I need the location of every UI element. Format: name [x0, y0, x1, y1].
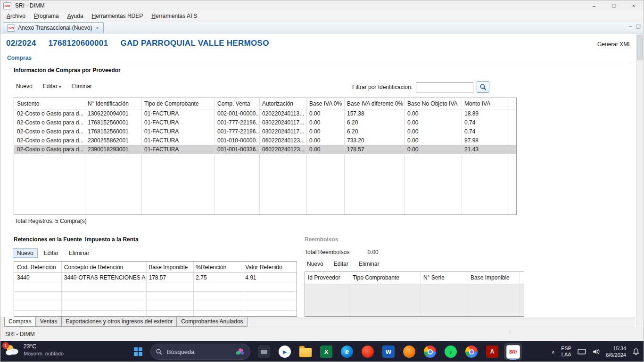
- statusbar-text: SRI - DIMM: [5, 331, 35, 337]
- column-header[interactable]: Base IVA diferente 0%: [344, 98, 405, 109]
- tray-chevron-icon[interactable]: ∧: [552, 349, 555, 354]
- table-row-selected[interactable]: 02-Costo o Gasto para d...23900182930010…: [14, 145, 516, 154]
- table-row[interactable]: 34403440-OTRAS RETENCIONES A...178.572.7…: [14, 273, 297, 282]
- clock[interactable]: 15:34 6/6/2024: [606, 345, 626, 358]
- column-header[interactable]: Autorización: [259, 98, 306, 109]
- view-minimize-icon[interactable]: –: [629, 23, 632, 29]
- tab-exportaciones[interactable]: Exportaciones y otros ingresos del exter…: [61, 317, 177, 327]
- empty-row[interactable]: [14, 311, 297, 317]
- excel-icon[interactable]: X: [317, 343, 335, 360]
- column-header[interactable]: Base Imponible: [146, 262, 193, 272]
- windows-logo-icon: [134, 347, 142, 356]
- generar-xml-button[interactable]: Generar XML: [597, 41, 631, 48]
- menu-herramientas-rdep[interactable]: Herramientas RDEP: [88, 12, 148, 20]
- language-indicator[interactable]: ESP LAA: [561, 346, 571, 358]
- speaker-icon[interactable]: [592, 348, 600, 355]
- view-maximize-icon[interactable]: ▢: [636, 23, 641, 29]
- word-icon[interactable]: W: [380, 343, 397, 360]
- eliminar-button[interactable]: Eliminar: [65, 248, 93, 258]
- menu-programa[interactable]: Programa: [30, 12, 63, 20]
- pinned-apps: ▶ X e W ♪ A SRi: [255, 343, 522, 360]
- menubar: Archivo Programa Ayuda Herramientas RDEP…: [0, 11, 644, 21]
- table-row[interactable]: 02-Costo o Gasto para d...17681525600010…: [14, 118, 516, 127]
- chrome-beta-icon[interactable]: [462, 343, 480, 360]
- maximize-button[interactable]: □: [604, 0, 624, 11]
- eliminar-button[interactable]: Eliminar: [67, 82, 96, 91]
- tab-compras[interactable]: Compras: [4, 317, 36, 327]
- column-header[interactable]: %Retención: [193, 262, 242, 272]
- filter-input[interactable]: [416, 82, 473, 92]
- empty-row[interactable]: [14, 301, 297, 311]
- taskbar: 1 23°C Mayorm. nublado Búsqueda ▶ X e W: [0, 341, 644, 362]
- ruc: 1768120600001: [49, 39, 108, 48]
- column-header[interactable]: Concepto de Retención: [61, 262, 146, 272]
- weather-temp: 23°C: [24, 343, 64, 350]
- reembolsos-total: Total Reembolsos 0.00: [305, 249, 379, 255]
- column-header[interactable]: N° Identificación: [85, 98, 141, 109]
- nuevo-button[interactable]: Nuevo: [303, 259, 328, 269]
- column-header[interactable]: Comp. Venta: [215, 98, 259, 109]
- file-explorer-icon[interactable]: [297, 343, 314, 360]
- minimize-button[interactable]: –: [584, 0, 604, 11]
- column-header[interactable]: Tipo Comprobante: [350, 272, 421, 283]
- reembolsos-toolbar: Nuevo Editar Eliminar: [303, 259, 383, 269]
- tab-ventas[interactable]: Ventas: [36, 317, 62, 327]
- total-reembolsos-label: Total Reembolsos: [305, 249, 349, 255]
- search-doodle-icon: [235, 346, 245, 357]
- scrollbar-thumb[interactable]: [637, 35, 643, 60]
- empty-row[interactable]: [14, 292, 297, 301]
- tab-comprobantes-anulados[interactable]: Comprobantes Anulados: [177, 317, 247, 327]
- total-registros: Total Registros: 5 Compra(s): [15, 218, 87, 224]
- chrome-icon[interactable]: [421, 343, 439, 360]
- column-header[interactable]: Valor Retenido: [242, 262, 297, 272]
- menu-ayuda[interactable]: Ayuda: [63, 12, 88, 20]
- column-header[interactable]: Tipo de Comprobante: [141, 98, 215, 109]
- column-header[interactable]: N° Serie: [421, 272, 468, 283]
- nuevo-button[interactable]: Nuevo: [12, 82, 37, 91]
- thunderbird-icon[interactable]: [400, 343, 418, 360]
- editar-button[interactable]: Editar: [330, 259, 353, 269]
- acrobat-icon[interactable]: A: [483, 343, 501, 360]
- editar-button[interactable]: Editar: [40, 248, 63, 258]
- vertical-scrollbar[interactable]: [636, 33, 643, 326]
- firefox-icon[interactable]: [359, 343, 377, 360]
- menu-herramientas-ats[interactable]: Herramientas ATS: [147, 12, 201, 20]
- search-button[interactable]: [477, 81, 489, 93]
- spotify-icon[interactable]: ♪: [442, 343, 460, 360]
- column-header[interactable]: Base No Objeto IVA: [405, 98, 462, 109]
- empty-row[interactable]: [14, 282, 297, 292]
- table-row[interactable]: 02-Costo o Gasto para d...13062200940010…: [14, 109, 516, 118]
- section-divider: [4, 63, 631, 63]
- column-header[interactable]: Base Imponible: [468, 272, 520, 283]
- table-row[interactable]: 02-Costo o Gasto para d...23002558620010…: [14, 136, 516, 145]
- notification-bell-icon[interactable]: [632, 348, 640, 355]
- compras-table-header: Sustento N° Identificación Tipo de Compr…: [14, 98, 516, 109]
- tab-anexo-transaccional[interactable]: SRi Anexo Transaccional (Nuevo) ×: [3, 22, 104, 33]
- edge-icon[interactable]: e: [338, 343, 356, 360]
- terminal-icon[interactable]: [255, 343, 273, 360]
- column-header[interactable]: Base IVA 0%: [306, 98, 344, 109]
- window-titlebar: SRi SRI - DIMM – □ ×: [0, 0, 644, 11]
- sri-tab-icon: SRi: [7, 25, 15, 32]
- table-row[interactable]: 02-Costo o Gasto para d...17681525600010…: [14, 127, 516, 136]
- menu-archivo[interactable]: Archivo: [2, 12, 30, 20]
- editar-button[interactable]: Editar▾: [39, 82, 66, 91]
- column-header[interactable]: Cod. Retención: [14, 262, 61, 272]
- taskbar-search[interactable]: Búsqueda: [150, 344, 250, 360]
- eliminar-button[interactable]: Eliminar: [355, 259, 383, 269]
- column-header[interactable]: Sustento: [14, 98, 85, 109]
- retenciones-table: Cod. Retención Concepto de Retención Bas…: [14, 261, 297, 317]
- close-button[interactable]: ×: [624, 0, 644, 11]
- tray-date: 6/6/2024: [606, 352, 626, 358]
- start-button[interactable]: [130, 345, 147, 359]
- column-header[interactable]: Monto IVA: [462, 98, 509, 109]
- nuevo-button[interactable]: Nuevo: [13, 248, 38, 258]
- view-tabbar: SRi Anexo Transaccional (Nuevo) × – ▢: [0, 21, 644, 33]
- sri-dimm-icon[interactable]: SRi: [504, 343, 522, 360]
- system-tray: ∧ ESP LAA 15:34 6/6/2024: [552, 341, 640, 362]
- display-icon[interactable]: [578, 349, 586, 355]
- tab-close-icon[interactable]: ×: [95, 25, 99, 31]
- column-header[interactable]: Id Proveedor: [305, 272, 350, 283]
- media-player-icon[interactable]: ▶: [276, 343, 294, 360]
- weather-widget[interactable]: 1 23°C Mayorm. nublado: [4, 343, 64, 357]
